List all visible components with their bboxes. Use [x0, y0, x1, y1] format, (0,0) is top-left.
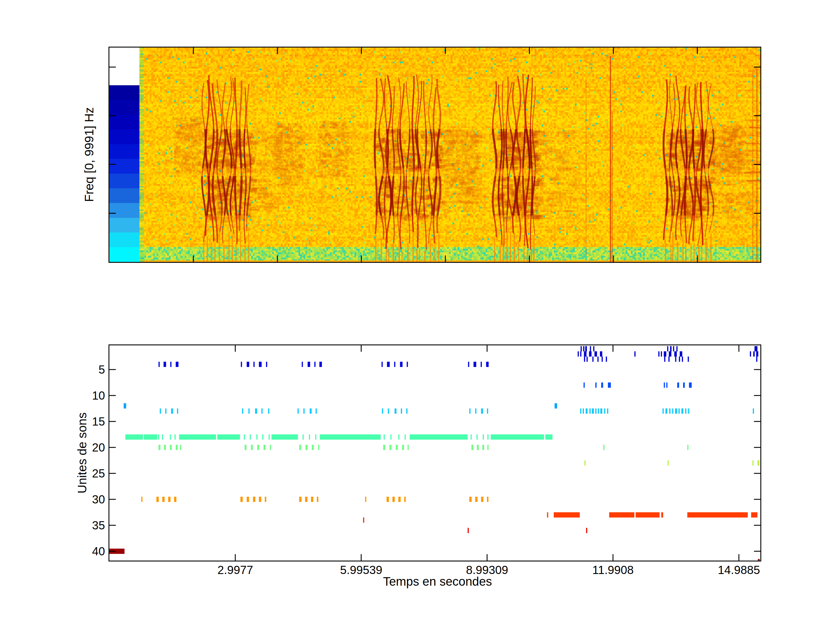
spectrogram-axes — [109, 47, 761, 263]
x-tick-label: 11.9908 — [592, 564, 634, 576]
raster-xlabel: Temps en secondes — [383, 575, 492, 589]
y-tick-label: 15 — [70, 415, 105, 428]
y-tick-label: 40 — [70, 545, 105, 558]
x-tick-label: 14.9885 — [718, 564, 760, 576]
y-tick-label: 30 — [70, 493, 105, 506]
y-tick-label: 5 — [70, 363, 105, 376]
y-tick-label: 25 — [70, 467, 105, 480]
y-tick-label: 20 — [70, 441, 105, 454]
raster-plot-area — [109, 345, 760, 561]
y-tick-label: 35 — [70, 519, 105, 532]
x-tick-label: 2.9977 — [217, 564, 253, 576]
x-tick-label: 8.99309 — [466, 564, 508, 576]
spectrogram-image — [109, 47, 760, 262]
spectrogram-ylabel: Freq [0, 9991] Hz — [82, 107, 96, 202]
y-tick-label: 10 — [70, 389, 105, 402]
matlab-figure: { "labels": { "top_ylabel": "Freq [0, 99… — [0, 0, 840, 630]
x-tick-label: 5.99539 — [340, 564, 382, 576]
raster-axes — [109, 344, 761, 562]
